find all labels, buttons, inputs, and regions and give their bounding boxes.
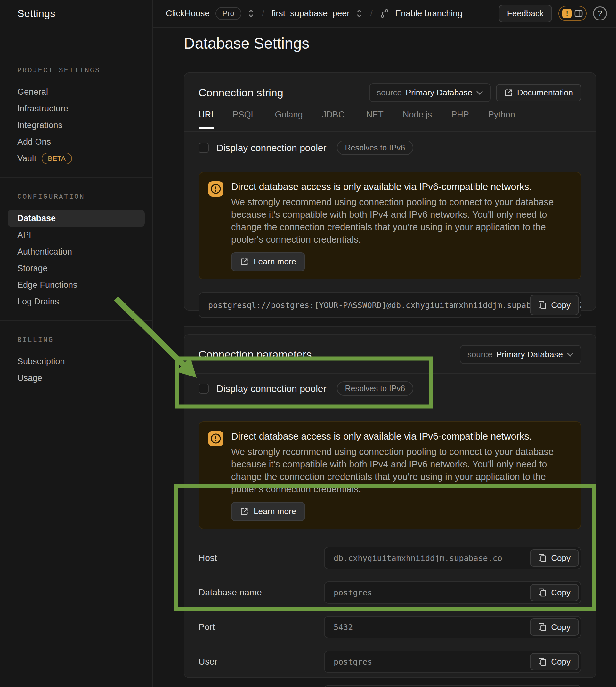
chevron-down-icon (476, 91, 483, 95)
tab-php[interactable]: PHP (451, 110, 469, 129)
top-bar: Settings ClickHouse Pro / first_supabase… (0, 0, 616, 27)
sidebar-section-project-settings: PROJECT SETTINGS (17, 67, 152, 74)
enable-branching-button[interactable]: Enable branching (395, 9, 462, 19)
connection-uri-field[interactable]: postgresql://postgres:[YOUR-PASSWORD]@db… (198, 292, 581, 318)
display-connection-pooler-checkbox[interactable] (198, 143, 209, 153)
help-icon[interactable]: ? (593, 6, 607, 21)
sidebar-item-add-ons[interactable]: Add Ons (0, 133, 152, 150)
ipv6-alert: Direct database access is only available… (198, 421, 581, 529)
warning-icon: ! (562, 9, 572, 18)
display-connection-pooler-checkbox[interactable] (198, 383, 209, 394)
connection-string-card: Connection string source Primary Databas… (184, 72, 596, 311)
host-input[interactable]: db.cxhygiuitamxhniiddjm.supabase.co Copy (324, 547, 581, 569)
display-connection-pooler-label: Display connection pooler (216, 383, 327, 394)
connection-parameters-card: Connection parameters source Primary Dat… (184, 334, 596, 678)
tab-uri[interactable]: URI (198, 110, 214, 129)
sidebar-item-log-drains[interactable]: Log Drains (0, 293, 152, 310)
user-input[interactable]: postgres Copy (324, 650, 581, 673)
breadcrumb-separator: / (369, 8, 374, 19)
tab-psql[interactable]: PSQL (233, 110, 256, 129)
sidebar-item-infrastructure[interactable]: Infrastructure (0, 100, 152, 117)
copy-icon (538, 623, 547, 631)
alert-title: Direct database access is only available… (231, 181, 571, 192)
database-name-row: Database name postgres Copy (184, 575, 595, 610)
sidebar-item-usage[interactable]: Usage (0, 370, 152, 386)
source-select[interactable]: source Primary Database (369, 83, 491, 102)
copy-host-button[interactable]: Copy (530, 549, 579, 567)
panel-icon (574, 9, 583, 17)
connection-uri-value: postgresql://postgres:[YOUR-PASSWORD]@db… (199, 301, 581, 310)
connection-string-tabs: URI PSQL Golang JDBC .NET Node.js PHP Py… (184, 110, 595, 132)
sidebar-item-subscription[interactable]: Subscription (0, 353, 152, 370)
resolves-to-ipv6-badge: Resolves to IPv6 (337, 381, 414, 396)
host-label: Host (198, 553, 324, 563)
connection-parameters-title: Connection parameters (198, 348, 311, 361)
sidebar-item-integrations[interactable]: Integrations (0, 117, 152, 133)
sidebar-item-authentication[interactable]: Authentication (0, 243, 152, 260)
sidebar-item-database[interactable]: Database (0, 210, 152, 227)
plan-badge: Pro (216, 7, 241, 20)
sidebar-divider (0, 177, 152, 178)
learn-more-button[interactable]: Learn more (231, 252, 305, 271)
documentation-button[interactable]: Documentation (496, 84, 581, 102)
sidebar-section-billing: BILLING (17, 336, 152, 344)
breadcrumb-project[interactable]: first_supabase_peer (271, 9, 350, 19)
alert-title: Direct database access is only available… (231, 431, 571, 442)
external-link-icon (240, 507, 248, 516)
breadcrumb-org[interactable]: ClickHouse (166, 9, 210, 19)
feedback-button[interactable]: Feedback (499, 5, 552, 22)
port-label: Port (198, 622, 324, 632)
database-name-label: Database name (198, 588, 324, 598)
topbar-app-section: Settings (0, 0, 153, 27)
user-row: User postgres Copy (184, 644, 595, 679)
copy-icon (538, 554, 547, 562)
breadcrumb-separator: / (261, 8, 266, 19)
org-switcher-chevrons-icon[interactable] (247, 9, 255, 18)
sidebar-item-edge-functions[interactable]: Edge Functions (0, 276, 152, 293)
tab-jdbc[interactable]: JDBC (322, 110, 345, 129)
sidebar-item-storage[interactable]: Storage (0, 260, 152, 276)
user-label: User (198, 657, 324, 667)
source-select[interactable]: source Primary Database (460, 345, 581, 364)
connection-string-title: Connection string (198, 86, 283, 99)
tab-python[interactable]: Python (488, 110, 515, 129)
beta-badge: BETA (42, 153, 72, 164)
git-branch-icon (380, 9, 389, 18)
copy-port-button[interactable]: Copy (530, 619, 579, 636)
alert-warning-icon (208, 431, 223, 446)
copy-database-name-button[interactable]: Copy (530, 584, 579, 601)
sidebar-divider (0, 320, 152, 321)
sidebar: PROJECT SETTINGS General Infrastructure … (0, 27, 153, 687)
port-row: Port 5432 Copy (184, 610, 595, 644)
page-title: Database Settings (184, 35, 309, 52)
sidebar-item-vault[interactable]: Vault BETA (0, 150, 152, 167)
alert-warning-icon (208, 181, 223, 197)
resolves-to-ipv6-badge: Resolves to IPv6 (337, 140, 414, 155)
display-connection-pooler-label: Display connection pooler (216, 142, 327, 153)
password-row: Password [The password for your database… (184, 679, 595, 687)
alert-body-text: We strongly recommend using connection p… (231, 446, 571, 495)
tab-dotnet[interactable]: .NET (364, 110, 383, 129)
database-name-input[interactable]: postgres Copy (324, 581, 581, 604)
tab-nodejs[interactable]: Node.js (403, 110, 432, 129)
copy-uri-button[interactable]: Copy (530, 295, 579, 315)
external-link-icon (240, 258, 248, 266)
learn-more-button[interactable]: Learn more (231, 502, 305, 521)
chevron-down-icon (567, 352, 574, 357)
password-input[interactable]: [The password for your database] (324, 685, 581, 687)
tab-golang[interactable]: Golang (275, 110, 303, 129)
breadcrumb: ClickHouse Pro / first_supabase_peer / E… (153, 0, 499, 27)
topbar-actions: Feedback ! ? (499, 0, 616, 27)
sidebar-item-api[interactable]: API (0, 227, 152, 243)
sidebar-section-configuration: CONFIGURATION (17, 193, 152, 201)
copy-user-button[interactable]: Copy (530, 653, 579, 670)
copy-icon (538, 301, 547, 310)
port-input[interactable]: 5432 Copy (324, 616, 581, 638)
copy-icon (538, 657, 547, 666)
org-status-pill[interactable]: ! (558, 6, 587, 21)
sidebar-item-general[interactable]: General (0, 84, 152, 100)
host-row: Host db.cxhygiuitamxhniiddjm.supabase.co… (184, 541, 595, 575)
project-switcher-chevrons-icon[interactable] (355, 9, 363, 18)
alert-body-text: We strongly recommend using connection p… (231, 196, 571, 246)
app-window: Settings ClickHouse Pro / first_supabase… (0, 0, 616, 687)
